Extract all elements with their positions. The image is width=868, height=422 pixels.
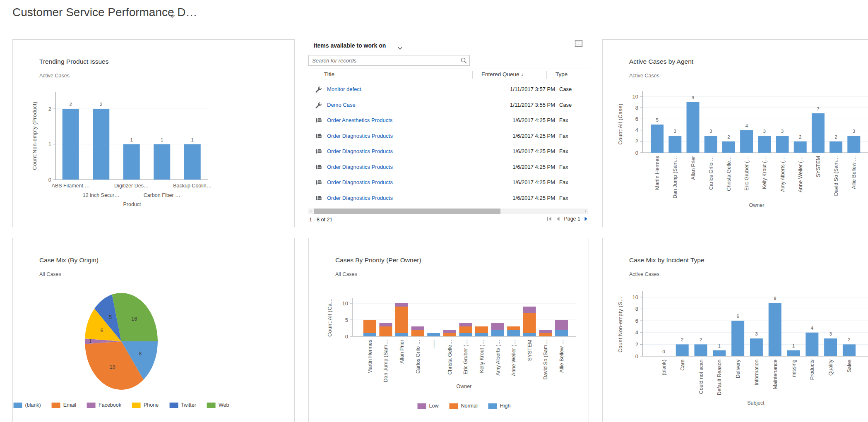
table-row[interactable]: Order Anesthetics Products 1/6/2017 4:25… xyxy=(308,113,588,129)
legend-label: Facebook xyxy=(99,402,121,408)
svg-text:2: 2 xyxy=(799,134,801,139)
svg-text:Subject: Subject xyxy=(747,400,765,406)
record-link[interactable]: Order Diagnostics Products xyxy=(327,164,393,170)
record-link[interactable]: Order Diagnostics Products xyxy=(327,179,393,185)
type-value: Fax xyxy=(559,195,568,201)
legend-label: Web xyxy=(219,402,229,408)
svg-text:9: 9 xyxy=(692,95,694,100)
column-header-type[interactable]: Type xyxy=(555,71,567,77)
table-row[interactable]: Order Diagnostics Products 1/6/2017 4:25… xyxy=(308,175,588,191)
svg-text:Information: Information xyxy=(754,360,760,386)
svg-text:Sales: Sales xyxy=(846,360,852,372)
svg-text:8: 8 xyxy=(635,306,638,312)
search-icon[interactable] xyxy=(460,57,467,66)
entered-queue-value: 1/11/2017 3:55 PM xyxy=(474,102,555,108)
chevron-down-icon[interactable] xyxy=(398,44,402,52)
column-header-title[interactable]: Title xyxy=(324,71,334,77)
type-value: Fax xyxy=(559,164,568,170)
chevron-down-icon[interactable] xyxy=(169,12,175,20)
legend-item: (blank) xyxy=(14,402,41,408)
svg-text:Anne Weiler (…: Anne Weiler (… xyxy=(511,340,517,376)
search-box xyxy=(308,55,470,66)
svg-text:4: 4 xyxy=(811,326,814,331)
scroll-right-icon[interactable]: › xyxy=(583,209,588,214)
svg-text:4: 4 xyxy=(745,123,748,128)
svg-text:Christa Gelle…: Christa Gelle… xyxy=(447,340,453,375)
svg-text:Count:Non-empty (Product): Count:Non-empty (Product) xyxy=(32,101,38,170)
grid-icon[interactable] xyxy=(575,40,583,49)
svg-text:1: 1 xyxy=(130,137,133,142)
svg-text:Kelly Krout (…: Kelly Krout (… xyxy=(479,340,485,373)
svg-text:0: 0 xyxy=(345,333,348,340)
svg-text:2: 2 xyxy=(100,102,102,107)
fax-icon xyxy=(315,164,322,171)
record-link[interactable]: Order Diagnostics Products xyxy=(327,148,393,154)
svg-text:19: 19 xyxy=(110,364,115,370)
scroll-left-icon[interactable]: ‹ xyxy=(308,209,314,214)
svg-text:(blank): (blank) xyxy=(661,360,667,375)
table-row[interactable]: Order Diagnostics Products 1/6/2017 4:25… xyxy=(308,144,588,160)
record-link[interactable]: Order Anesthetics Products xyxy=(327,117,392,123)
queue-title[interactable]: Items available to work on xyxy=(314,42,386,49)
record-link[interactable]: Monitor defect xyxy=(327,86,361,92)
entered-queue-value: 1/6/2017 4:25 PM xyxy=(474,133,555,139)
svg-text:Carlos Grilo …: Carlos Grilo … xyxy=(708,156,714,190)
svg-text:SYSTEM: SYSTEM xyxy=(815,156,821,177)
chart-legend: (blank)EmailFacebookPhoneTwitterWeb xyxy=(14,402,229,408)
svg-text:Christa Gelle…: Christa Gelle… xyxy=(726,156,732,191)
bar-chart-trending-product-issues: 0122ABS Filament …212 inch Secur…1Digiti… xyxy=(13,40,294,227)
svg-text:1: 1 xyxy=(191,137,194,142)
legend-label: (blank) xyxy=(25,402,41,408)
record-link[interactable]: Order Diagnostics Products xyxy=(327,133,393,139)
table-row[interactable]: Order Diagnostics Products 1/6/2017 4:25… xyxy=(308,191,588,206)
entered-queue-value: 1/6/2017 4:25 PM xyxy=(474,195,555,201)
prev-page-icon[interactable] xyxy=(556,216,560,221)
legend-label: Twitter xyxy=(181,402,196,408)
table-row[interactable]: Demo Case 1/11/2017 3:55 PM Case xyxy=(308,98,588,113)
table-row[interactable]: Monitor defect 1/11/2017 3:57 PM Case xyxy=(308,82,588,98)
legend-swatch xyxy=(132,403,141,408)
svg-text:David So (Sam…: David So (Sam… xyxy=(833,156,839,196)
next-page-icon[interactable] xyxy=(584,216,588,221)
svg-text:4: 4 xyxy=(635,127,638,133)
legend-label: Email xyxy=(63,402,76,408)
type-value: Fax xyxy=(559,117,568,123)
column-header-entered-queue[interactable]: Entered Queue ↓ xyxy=(481,71,524,77)
queue-row-list: Monitor defect 1/11/2017 3:57 PM Case De… xyxy=(308,82,588,206)
svg-text:ABS Filament …: ABS Filament … xyxy=(52,183,90,189)
svg-text:6: 6 xyxy=(736,314,739,319)
panel-cases-by-priority: Cases By Priority (Per Owner) All Cases … xyxy=(308,238,589,422)
table-row[interactable]: Order Diagnostics Products 1/6/2017 4:25… xyxy=(308,129,588,144)
horizontal-scrollbar[interactable]: ‹ › xyxy=(308,209,588,214)
svg-text:3: 3 xyxy=(853,129,855,134)
svg-text:Owner: Owner xyxy=(749,202,765,208)
record-link[interactable]: Order Diagnostics Products xyxy=(327,195,393,201)
svg-text:2: 2 xyxy=(48,106,51,112)
record-link[interactable]: Demo Case xyxy=(327,102,356,108)
scrollbar-thumb[interactable] xyxy=(314,209,500,214)
page-label: Page 1 xyxy=(564,216,580,222)
svg-text:10: 10 xyxy=(342,300,348,307)
column-separator xyxy=(546,71,547,79)
type-value: Fax xyxy=(559,133,568,139)
svg-text:3: 3 xyxy=(755,331,757,336)
svg-text:Product: Product xyxy=(123,201,141,207)
svg-text:Amy Alberts (…: Amy Alberts (… xyxy=(495,340,501,376)
panel-queue-items: Items available to work on Title Entered… xyxy=(308,38,588,228)
bar-chart-case-mix-by-incident-type: 02468100(blank)2Care2Could not scan1Defa… xyxy=(603,238,868,422)
column-separator xyxy=(472,71,473,79)
svg-text:6: 6 xyxy=(635,318,638,324)
svg-text:9: 9 xyxy=(774,296,776,301)
panel-trending-product-issues: Trending Product Issues Active Cases 012… xyxy=(12,39,295,227)
svg-text:3: 3 xyxy=(709,129,712,134)
svg-text:0: 0 xyxy=(662,349,665,354)
svg-text:Backup Coolin…: Backup Coolin… xyxy=(173,183,212,189)
svg-text:5: 5 xyxy=(656,117,658,122)
table-row[interactable]: Order Diagnostics Products 1/6/2017 4:25… xyxy=(308,160,588,175)
first-page-icon[interactable] xyxy=(547,216,552,221)
svg-text:6: 6 xyxy=(101,328,103,333)
stacked-bar-chart-cases-by-priority: 0510Martin HermesDan Jump (Sam…Allan Pri… xyxy=(309,238,589,422)
search-input[interactable] xyxy=(309,55,460,65)
legend-label: Phone xyxy=(144,402,159,408)
legend-item: Normal xyxy=(449,403,477,409)
